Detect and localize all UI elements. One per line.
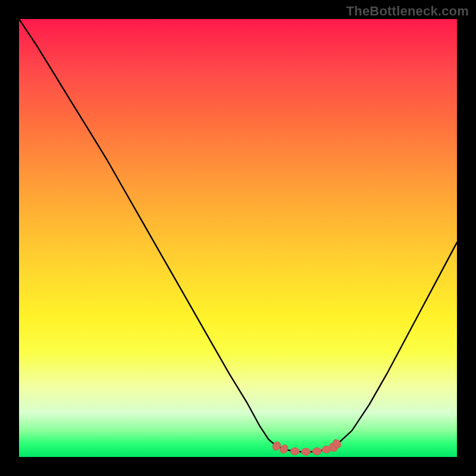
curve-left xyxy=(19,19,277,446)
chart-svg xyxy=(19,19,457,457)
marker-point xyxy=(290,447,299,455)
marker-point xyxy=(312,447,321,455)
watermark-text: TheBottleneck.com xyxy=(346,4,469,19)
outer-frame: TheBottleneck.com xyxy=(0,0,476,476)
marker-point xyxy=(302,448,311,455)
curve-right xyxy=(335,242,457,446)
ideal-zone-markers xyxy=(271,438,343,455)
chart-plot-area xyxy=(19,19,457,457)
